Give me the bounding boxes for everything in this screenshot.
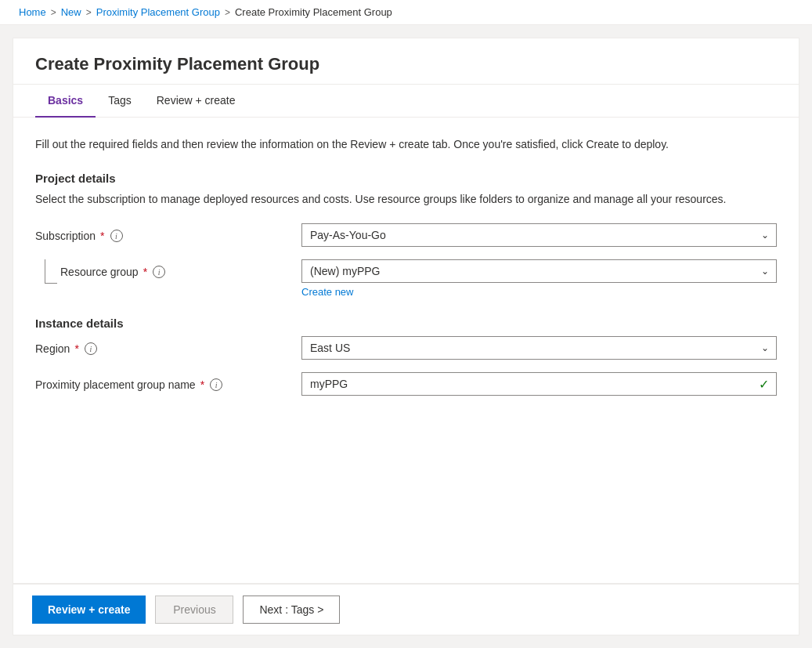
ppg-name-label-col: Proximity placement group name * i (35, 372, 301, 391)
previous-button: Previous (155, 596, 233, 624)
subscription-control: Pay-As-You-Go ⌄ (301, 223, 777, 247)
indent-connector (35, 259, 60, 284)
instance-details-section: Instance details Region * i East US East… (35, 317, 777, 396)
resource-group-row: Resource group * i (New) myPPG ⌄ Create … (35, 259, 777, 298)
create-new-link[interactable]: Create new (301, 286, 353, 298)
region-row: Region * i East US East US 2 West US Wes… (35, 336, 777, 360)
region-required: * (74, 342, 78, 355)
breadcrumb-sep-3: > (225, 7, 230, 18)
subscription-label-col: Subscription * i (35, 223, 301, 242)
breadcrumb-sep-2: > (86, 7, 92, 18)
ppg-name-input[interactable] (301, 372, 777, 396)
subscription-row: Subscription * i Pay-As-You-Go ⌄ (35, 223, 777, 247)
instance-details-title: Instance details (35, 317, 777, 330)
next-button[interactable]: Next : Tags > (243, 596, 340, 624)
ppg-name-check-icon: ✓ (759, 377, 769, 392)
subscription-select-wrapper: Pay-As-You-Go ⌄ (301, 223, 777, 247)
breadcrumb-current: Create Proximity Placement Group (235, 6, 392, 18)
description-text: Fill out the required fields and then re… (35, 136, 740, 153)
content-area: Fill out the required fields and then re… (13, 118, 799, 583)
main-card: Create Proximity Placement Group Basics … (13, 38, 799, 584)
resource-group-control: (New) myPPG ⌄ Create new (301, 259, 777, 298)
ppg-name-row: Proximity placement group name * i ✓ (35, 372, 777, 396)
resource-group-info-icon[interactable]: i (153, 266, 165, 278)
breadcrumb-sep-1: > (51, 7, 56, 18)
page-title-area: Create Proximity Placement Group (13, 38, 799, 85)
subscription-label: Subscription (35, 230, 96, 242)
review-create-button[interactable]: Review + create (32, 596, 146, 624)
footer-bar: Review + create Previous Next : Tags > (13, 584, 799, 635)
region-select-wrapper: East US East US 2 West US West US 2 Cent… (301, 336, 777, 360)
ppg-name-required: * (200, 378, 204, 391)
tab-tags[interactable]: Tags (96, 85, 144, 118)
region-label-col: Region * i (35, 336, 301, 355)
region-info-icon[interactable]: i (85, 342, 97, 355)
ppg-name-label: Proximity placement group name (35, 378, 196, 391)
breadcrumb-ppg[interactable]: Proximity Placement Group (96, 6, 220, 18)
subscription-select[interactable]: Pay-As-You-Go (301, 223, 777, 247)
resource-group-select[interactable]: (New) myPPG (301, 259, 777, 283)
subscription-info-icon[interactable]: i (110, 230, 123, 242)
tab-basics[interactable]: Basics (35, 85, 96, 118)
tabs-bar: Basics Tags Review + create (13, 85, 799, 118)
subscription-required: * (100, 230, 104, 242)
breadcrumb-new[interactable]: New (61, 6, 81, 18)
resource-group-label: Resource group (60, 266, 139, 278)
connector-vertical (45, 259, 45, 283)
page-title: Create Proximity Placement Group (35, 54, 777, 74)
resource-group-label-col: Resource group * i (60, 259, 301, 278)
ppg-name-input-wrapper: ✓ (301, 372, 777, 396)
region-select[interactable]: East US East US 2 West US West US 2 Cent… (301, 336, 777, 360)
breadcrumb: Home > New > Proximity Placement Group >… (0, 0, 812, 25)
connector-horizontal (45, 283, 57, 284)
ppg-name-info-icon[interactable]: i (210, 378, 222, 391)
breadcrumb-home[interactable]: Home (19, 6, 46, 18)
region-label: Region (35, 342, 70, 355)
region-control: East US East US 2 West US West US 2 Cent… (301, 336, 777, 360)
resource-group-select-wrapper: (New) myPPG ⌄ (301, 259, 777, 283)
project-details-section: Project details Select the subscription … (35, 172, 777, 298)
tab-review-create[interactable]: Review + create (144, 85, 248, 118)
ppg-name-control: ✓ (301, 372, 777, 396)
project-details-description: Select the subscription to manage deploy… (35, 191, 740, 208)
resource-group-required: * (143, 266, 147, 278)
project-details-title: Project details (35, 172, 777, 185)
